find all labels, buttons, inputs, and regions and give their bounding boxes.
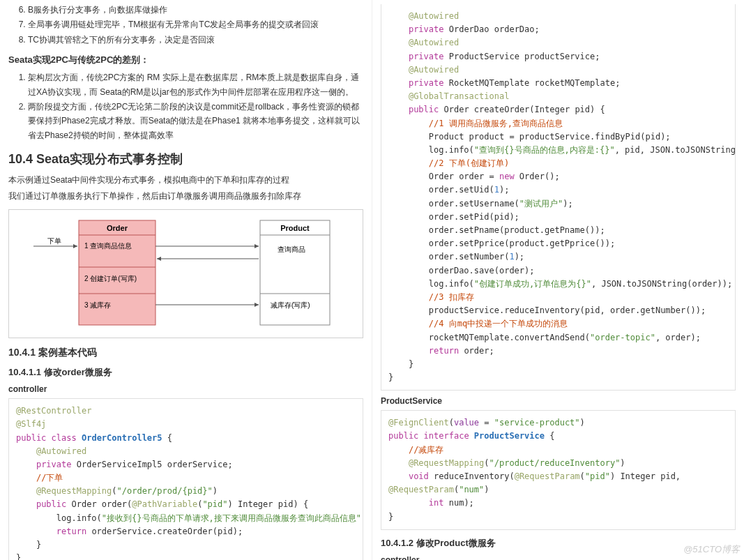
heading-10-4-1-1: 10.4.1.1 修改order微服务 — [8, 366, 363, 379]
label-product-service: ProductService — [381, 396, 736, 406]
diagram-svg: Order 1 查询商品信息 2 创建订单(写库) 3 减库存 Product … — [16, 217, 344, 328]
heading-seata-2pc: Seata实现2PC与传统2PC的差别： — [8, 54, 363, 66]
para: 本示例通过Seata中间件实现分布式事务，模拟电商中的下单和扣库存的过程 — [8, 174, 363, 186]
diagram-row: 2 创建订单(写库) — [84, 275, 137, 282]
label-controller: controller — [381, 555, 736, 560]
svg-rect-0 — [79, 220, 155, 325]
svg-rect-4 — [260, 220, 330, 325]
heading-10-4-1: 10.4.1 案例基本代码 — [8, 347, 363, 359]
diagram-row: 1 查询商品信息 — [84, 242, 132, 250]
diff-list: 架构层次方面，传统2PC方案的 RM 实际上是在数据库层，RM本质上就是数据库自… — [28, 70, 363, 142]
heading-10-4: 10.4 Seata实现分布式事务控制 — [8, 151, 363, 167]
list-item: 全局事务调用链处理完毕，TM根据有无异常向TC发起全局事务的提交或者回滚 — [28, 17, 363, 31]
list-item: TC协调其管辖之下的所有分支事务，决定是否回滚 — [28, 33, 363, 47]
label-controller: controller — [8, 384, 363, 394]
diagram-row: 查询商品 — [278, 245, 305, 253]
code-product-service-interface: @FeignClient(value = "service-product") … — [381, 410, 736, 530]
para: 我们通过订单微服务执行下单操作，然后由订单微服务调用商品微服务扣除库存 — [8, 190, 363, 202]
code-order-service-impl: @Autowired private OrderDao orderDao; @A… — [381, 4, 736, 391]
pre-list: B服务执行分支事务，向数据库做操作 全局事务调用链处理完毕，TM根据有无异常向T… — [28, 3, 363, 47]
code-controller-order: @RestController @Slf4j public class Orde… — [8, 398, 363, 560]
arrow-label: 下单 — [47, 237, 61, 245]
list-item: B服务执行分支事务，向数据库做操作 — [28, 3, 363, 17]
order-box-title: Order — [107, 224, 128, 232]
heading-10-4-1-2: 10.4.1.2 修改Product微服务 — [381, 537, 736, 550]
list-item: 两阶段提交方面，传统2PC无论第二阶段的决议是commit还是rollback，… — [28, 100, 363, 142]
diagram-row: 3 减库存 — [84, 301, 111, 309]
diagram-row: 减库存(写库) — [271, 301, 310, 309]
flow-diagram: Order 1 查询商品信息 2 创建订单(写库) 3 减库存 Product … — [8, 209, 363, 338]
list-item: 架构层次方面，传统2PC方案的 RM 实际上是在数据库层，RM本质上就是数据库自… — [28, 70, 363, 99]
product-box-title: Product — [280, 224, 310, 232]
